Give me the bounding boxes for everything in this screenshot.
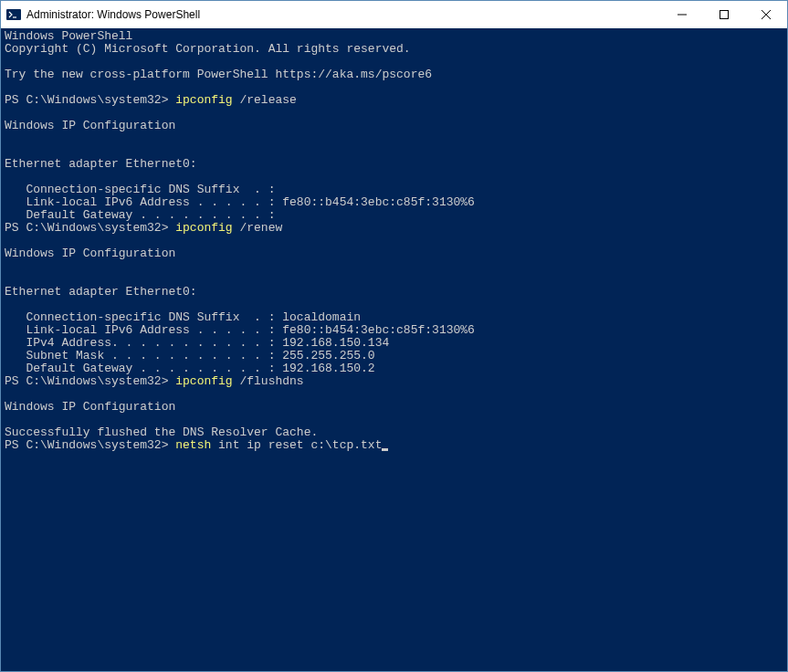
- svg-rect-0: [6, 9, 21, 20]
- terminal-line: Copyright (C) Microsoft Corporation. All…: [5, 42, 411, 56]
- terminal-line: Windows IP Configuration: [5, 400, 175, 414]
- prompt: PS C:\Windows\system32>: [5, 438, 175, 452]
- window-controls: [661, 1, 787, 28]
- terminal-line: Default Gateway . . . . . . . . . :: [5, 208, 275, 222]
- command-args: /flushdns: [239, 374, 303, 388]
- maximize-button[interactable]: [703, 1, 745, 28]
- terminal-line: Ethernet adapter Ethernet0:: [5, 285, 197, 299]
- window-title: Administrator: Windows PowerShell: [26, 8, 661, 21]
- terminal-output[interactable]: Windows PowerShell Copyright (C) Microso…: [1, 28, 787, 671]
- command-name: ipconfig: [175, 93, 239, 107]
- command-args: int ip reset c:\tcp.txt: [218, 438, 382, 452]
- terminal-line: Successfully flushed the DNS Resolver Ca…: [5, 425, 318, 439]
- terminal-line: Try the new cross-platform PowerShell ht…: [5, 68, 432, 81]
- minimize-button[interactable]: [661, 1, 703, 28]
- svg-rect-3: [720, 11, 729, 19]
- powershell-window: Administrator: Windows PowerShell Window…: [0, 0, 788, 672]
- command-name: ipconfig: [175, 221, 239, 235]
- prompt: PS C:\Windows\system32>: [5, 93, 175, 107]
- cursor: [382, 448, 388, 451]
- prompt: PS C:\Windows\system32>: [5, 374, 175, 388]
- terminal-line: Windows IP Configuration: [5, 247, 175, 260]
- prompt: PS C:\Windows\system32>: [5, 221, 175, 235]
- terminal-line: Connection-specific DNS Suffix . :: [5, 183, 275, 196]
- close-button[interactable]: [745, 1, 787, 28]
- terminal-line: Connection-specific DNS Suffix . : local…: [5, 310, 361, 324]
- terminal-line: Link-local IPv6 Address . . . . . : fe80…: [5, 195, 475, 209]
- command-name: netsh: [175, 438, 218, 452]
- command-name: ipconfig: [175, 374, 239, 388]
- terminal-line: Subnet Mask . . . . . . . . . . . : 255.…: [5, 349, 375, 362]
- terminal-line: Default Gateway . . . . . . . . . : 192.…: [5, 362, 375, 375]
- command-args: /release: [239, 93, 296, 107]
- terminal-line: Link-local IPv6 Address . . . . . : fe80…: [5, 323, 475, 337]
- terminal-line: IPv4 Address. . . . . . . . . . . : 192.…: [5, 336, 389, 350]
- titlebar[interactable]: Administrator: Windows PowerShell: [1, 1, 787, 28]
- powershell-icon: [6, 7, 21, 22]
- terminal-line: Ethernet adapter Ethernet0:: [5, 157, 197, 171]
- terminal-line: Windows PowerShell: [5, 29, 132, 43]
- command-args: /renew: [239, 221, 282, 235]
- terminal-line: Windows IP Configuration: [5, 119, 175, 132]
